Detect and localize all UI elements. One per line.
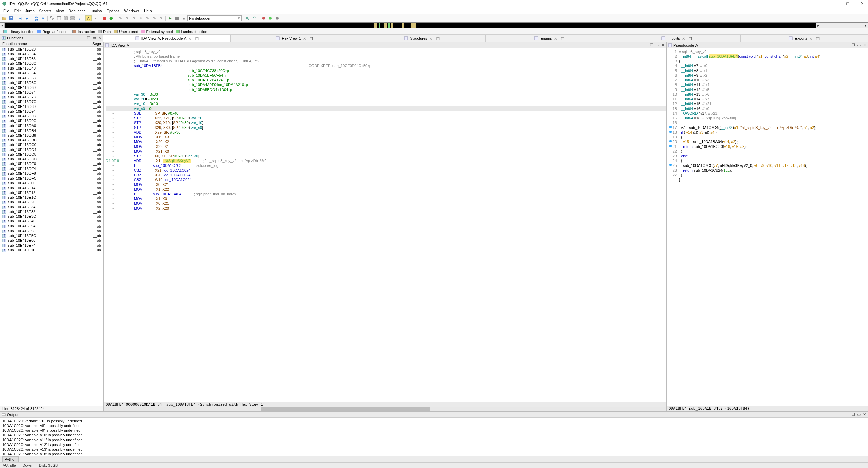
hl-dropdown-icon[interactable]: ▾: [92, 15, 98, 21]
function-row[interactable]: fsub_10E416D5C__ob: [0, 80, 103, 85]
function-row[interactable]: fsub_10E416D54__ob: [0, 71, 103, 75]
function-row[interactable]: fsub_10E416D78__ob: [0, 95, 103, 99]
python-repl-input[interactable]: [21, 457, 866, 461]
function-row[interactable]: fsub_10E416DB4__ob: [0, 128, 103, 133]
close-button[interactable]: ✕: [858, 1, 866, 6]
zoom-fit-icon[interactable]: [49, 15, 55, 21]
asm-code[interactable]: ; sqlite3_key_v2 ; Attributes: bp-based …: [104, 48, 666, 402]
nav-range-select[interactable]: ▾: [821, 23, 868, 28]
output-body[interactable]: 10DA1C020: variable 'v16' is possibly un…: [0, 418, 868, 456]
pane-restore-icon[interactable]: ❐: [851, 43, 855, 47]
tab-close-icon[interactable]: ✕: [303, 37, 306, 40]
function-row[interactable]: fsub_10E416E58__ob: [0, 229, 103, 233]
text-search-icon[interactable]: A: [40, 15, 46, 21]
function-row[interactable]: fsub_10E416D3C__ob: [0, 61, 103, 66]
tab-hex-view-1[interactable]: Hex View-1✕❐: [231, 35, 358, 42]
lumina3-icon[interactable]: ⬣: [274, 15, 280, 21]
tab-restore-icon[interactable]: ❐: [689, 37, 692, 40]
menu-jump[interactable]: Jump: [23, 8, 37, 14]
forward-icon[interactable]: ►: [24, 15, 30, 21]
nav-left-icon[interactable]: ◂: [0, 23, 5, 28]
layout-1-icon[interactable]: [63, 15, 69, 21]
function-row[interactable]: fsub_10E416E60__ob: [0, 238, 103, 243]
function-row[interactable]: fsub_10E416DD8__ob: [0, 152, 103, 157]
stepover-icon[interactable]: [251, 15, 258, 21]
col-function-name[interactable]: Function name: [0, 41, 78, 47]
tab-ida-view-a-pseudocode-a[interactable]: IDA View-A, Pseudocode-A✕❐: [103, 35, 231, 42]
tag4-icon[interactable]: ✎: [138, 15, 144, 21]
functions-list[interactable]: Function name Segn fsub_10E416D20__obfsu…: [0, 41, 103, 406]
col-segment[interactable]: Segn: [78, 41, 103, 47]
function-row[interactable]: fsub_10E416D40__ob: [0, 66, 103, 71]
menu-debugger[interactable]: Debugger: [66, 8, 87, 14]
back-icon[interactable]: ◄: [17, 15, 23, 21]
function-row[interactable]: fsub_10E416D58__ob: [0, 76, 103, 80]
stop2-icon[interactable]: ■: [181, 15, 187, 21]
menu-search[interactable]: Search: [37, 8, 53, 14]
function-row[interactable]: fsub_10E416DFC__ob: [0, 176, 103, 181]
pane-close-icon[interactable]: ✕: [862, 43, 866, 47]
menu-windows[interactable]: Windows: [122, 8, 141, 14]
function-row[interactable]: fsub_10E416D20__ob: [0, 47, 103, 52]
function-row[interactable]: fsub_10E416DF4__ob: [0, 166, 103, 171]
down-arrow-icon[interactable]: ↓: [76, 15, 82, 21]
function-row[interactable]: fsub_10E416E40__ob: [0, 219, 103, 223]
minimize-button[interactable]: —: [829, 1, 837, 6]
open-icon[interactable]: [1, 15, 7, 21]
menu-view[interactable]: View: [54, 8, 66, 14]
function-row[interactable]: fsub_10E416D60__ob: [0, 85, 103, 90]
tab-close-icon[interactable]: ✕: [429, 37, 433, 40]
function-row[interactable]: fsub_10E416E74__ob: [0, 243, 103, 248]
function-row[interactable]: fsub_10E416DE0__ob: [0, 161, 103, 166]
nav-bar[interactable]: [5, 23, 816, 28]
tab-restore-icon[interactable]: ❐: [436, 37, 440, 40]
maximize-button[interactable]: ▢: [844, 1, 852, 6]
pane-float-icon[interactable]: ▭: [92, 36, 96, 40]
tab-exports[interactable]: Exports✕❐: [741, 35, 868, 42]
tab-close-icon[interactable]: ✕: [809, 37, 813, 40]
save-icon[interactable]: [8, 15, 14, 21]
layout-2-icon[interactable]: [69, 15, 76, 21]
stepinto-icon[interactable]: [245, 15, 251, 21]
function-row[interactable]: fsub_10E416E00__ob: [0, 181, 103, 186]
tab-close-icon[interactable]: ✕: [188, 37, 192, 40]
python-repl-button[interactable]: Python: [2, 456, 19, 462]
tab-restore-icon[interactable]: ❐: [195, 37, 199, 40]
function-row[interactable]: fsub_10E416DC0__ob: [0, 142, 103, 147]
function-row[interactable]: fsub_10E416D94__ob: [0, 109, 103, 114]
function-row[interactable]: fsub_10E416DDC__ob: [0, 157, 103, 161]
function-row[interactable]: fsub_10E416DF8__ob: [0, 171, 103, 176]
record-icon[interactable]: [108, 15, 114, 21]
lumina2-icon[interactable]: ⬣: [267, 15, 274, 21]
tag7-icon[interactable]: ✎: [158, 15, 164, 21]
function-row[interactable]: fsub_10E416DB8__ob: [0, 133, 103, 138]
pane-restore-icon[interactable]: ❐: [851, 413, 855, 417]
function-row[interactable]: fsub_10E416D98__ob: [0, 114, 103, 118]
function-row[interactable]: fsub_10E416D38__ob: [0, 56, 103, 61]
function-row[interactable]: fsub_10E416E3C__ob: [0, 214, 103, 219]
menu-edit[interactable]: Edit: [12, 8, 23, 14]
function-row[interactable]: fsub_10E416DA0__ob: [0, 123, 103, 128]
function-row[interactable]: fsub_10E416D9C__ob: [0, 118, 103, 123]
function-row[interactable]: fsub_10E416E34__ob: [0, 204, 103, 209]
pseudocode-code[interactable]: 1// sqlite3_key_v22__int64 __fastcall su…: [667, 48, 868, 406]
tab-restore-icon[interactable]: ❐: [561, 37, 564, 40]
tab-close-icon[interactable]: ✕: [554, 37, 558, 40]
lumina1-icon[interactable]: ⬣: [261, 15, 267, 21]
binary-icon[interactable]: 0110: [33, 15, 39, 21]
run-icon[interactable]: ▶: [167, 15, 173, 21]
pane-close-icon[interactable]: ✕: [862, 413, 866, 417]
stop-icon[interactable]: [101, 15, 107, 21]
function-row[interactable]: fsub_10E416D34__ob: [0, 52, 103, 56]
pane-restore-icon[interactable]: ❐: [87, 36, 91, 40]
function-row[interactable]: fsub_10E416D80__ob: [0, 104, 103, 109]
function-row[interactable]: fsub_10E416E20__ob: [0, 200, 103, 204]
function-row[interactable]: fsub_10E416D74__ob: [0, 90, 103, 95]
function-row[interactable]: fsub_10E416E18__ob: [0, 190, 103, 195]
function-row[interactable]: fsub_10E416E1C__ob: [0, 195, 103, 200]
debugger-select[interactable]: No debugger ▾: [187, 15, 242, 21]
pane-restore-icon[interactable]: ❐: [650, 43, 654, 47]
graph-overview-icon[interactable]: [56, 15, 62, 21]
asm-hscroll[interactable]: [104, 407, 666, 411]
menu-options[interactable]: Options: [105, 8, 122, 14]
